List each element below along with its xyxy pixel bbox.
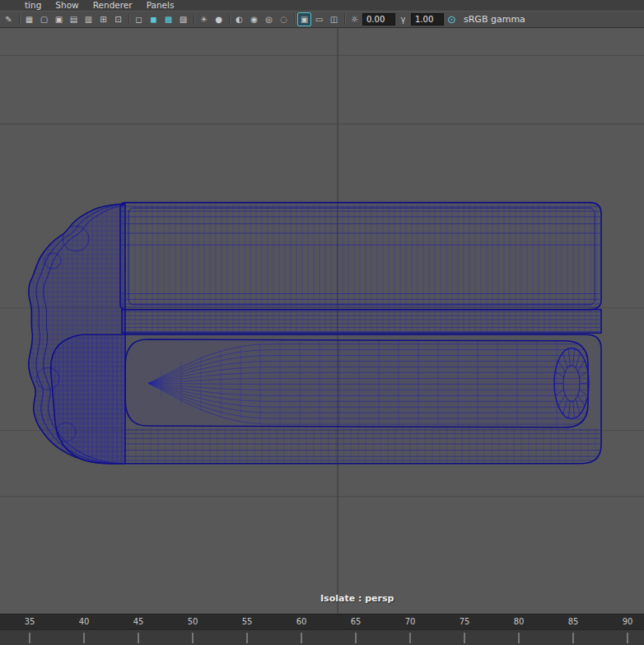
shaded-cube-icon[interactable]: ◼ <box>147 12 161 26</box>
view-transform-label: sRGB gamma <box>464 14 525 25</box>
hud-isolate-label: Isolate : persp <box>320 593 394 604</box>
menu-item-lighting-cropped[interactable]: ting <box>25 0 41 11</box>
separator[interactable] <box>226 12 231 26</box>
safe-action-icon[interactable]: ⊞ <box>96 12 110 26</box>
viewport-canvas <box>0 28 644 614</box>
time-tick-mark <box>84 633 85 643</box>
grid-toggle-icon[interactable]: ▦ <box>22 12 36 26</box>
time-tick-mark <box>138 633 139 643</box>
separator[interactable] <box>126 12 131 26</box>
time-tick-label: 70 <box>405 617 416 626</box>
separator[interactable] <box>191 12 196 26</box>
time-tick-mark <box>193 633 194 643</box>
time-tick-mark <box>628 633 628 643</box>
time-tick-label: 90 <box>623 617 633 626</box>
separator[interactable] <box>292 12 296 26</box>
maya-panel: tingShowRendererPanels ✎▦▢▣▤▥⊞⊡◻◼▩▨☀●◐◉◎… <box>0 0 644 645</box>
model-inner-tube <box>125 339 588 428</box>
time-tick-mark <box>410 633 411 643</box>
time-slider[interactable]: 354045505560657075808590 <box>0 614 644 645</box>
exposure-icon[interactable]: ☼ <box>348 12 362 26</box>
color-management-icon[interactable]: ⊙ <box>445 12 459 26</box>
panel-menu-bar: tingShowRendererPanels <box>0 0 644 11</box>
time-tick-label: 35 <box>25 617 35 626</box>
time-tick-label: 55 <box>242 617 253 626</box>
gamma-icon[interactable]: γ <box>396 12 410 26</box>
ao-sphere-icon[interactable]: ◐ <box>232 12 246 26</box>
separator[interactable] <box>342 12 347 26</box>
time-tick-label: 80 <box>514 617 525 626</box>
safe-title-icon[interactable]: ⊡ <box>111 12 125 26</box>
wireframe-cube-icon[interactable]: ◻ <box>132 12 146 26</box>
time-slider-numbers: 354045505560657075808590 <box>0 615 644 629</box>
field-chart-icon[interactable]: ▥ <box>82 12 96 26</box>
time-tick-mark <box>301 633 302 643</box>
time-tick-label: 85 <box>568 617 579 626</box>
model-mid-rail <box>122 310 601 334</box>
antialiasing-icon[interactable]: ◎ <box>262 12 276 26</box>
image-plane-icon[interactable]: ▭ <box>312 12 326 26</box>
checker-material-icon[interactable]: ▨ <box>176 12 190 26</box>
menu-item-renderer[interactable]: Renderer <box>93 0 133 11</box>
time-tick-mark <box>519 633 520 643</box>
lights-icon[interactable]: ☀ <box>197 12 211 26</box>
menu-item-panels[interactable]: Panels <box>147 0 175 11</box>
time-tick-mark <box>464 633 465 643</box>
time-tick-label: 45 <box>133 617 144 626</box>
time-slider-ticks <box>0 629 644 645</box>
pencil-tool-icon[interactable]: ✎ <box>2 12 16 26</box>
viewport[interactable]: Isolate : persp <box>0 28 644 614</box>
menu-item-show[interactable]: Show <box>55 0 78 11</box>
separator[interactable] <box>16 12 21 26</box>
time-tick-label: 65 <box>351 617 362 626</box>
toolbar-icons: ✎▦▢▣▤▥⊞⊡◻◼▩▨☀●◐◉◎◌▣▭◫☼ <box>2 12 362 26</box>
exposure-field[interactable] <box>362 13 395 26</box>
gamma-field[interactable] <box>411 13 444 26</box>
time-tick-label: 50 <box>188 617 198 626</box>
textured-cube-icon[interactable]: ▩ <box>161 12 175 26</box>
time-tick-label: 40 <box>79 617 90 626</box>
dof-icon[interactable]: ◌ <box>277 12 291 26</box>
time-tick-label: 75 <box>460 617 470 626</box>
gate-mask-icon[interactable]: ▤ <box>67 12 81 26</box>
motion-blur-icon[interactable]: ◉ <box>247 12 261 26</box>
film-gate-icon[interactable]: ▢ <box>37 12 51 26</box>
shadows-icon[interactable]: ● <box>212 12 226 26</box>
time-tick-mark <box>573 633 574 643</box>
panel-toolbar: ✎▦▢▣▤▥⊞⊡◻◼▩▨☀●◐◉◎◌▣▭◫☼ γ ⊙ sRGB gamma <box>0 11 644 28</box>
time-tick-label: 60 <box>296 617 307 626</box>
time-tick-mark <box>356 633 357 643</box>
xray-icon[interactable]: ◫ <box>327 12 341 26</box>
time-tick-mark <box>30 633 30 643</box>
resolution-gate-icon[interactable]: ▣ <box>52 12 66 26</box>
isolate-select-icon[interactable]: ▣ <box>297 12 311 26</box>
wireframe-model[interactable] <box>25 203 601 465</box>
time-tick-mark <box>247 633 248 643</box>
